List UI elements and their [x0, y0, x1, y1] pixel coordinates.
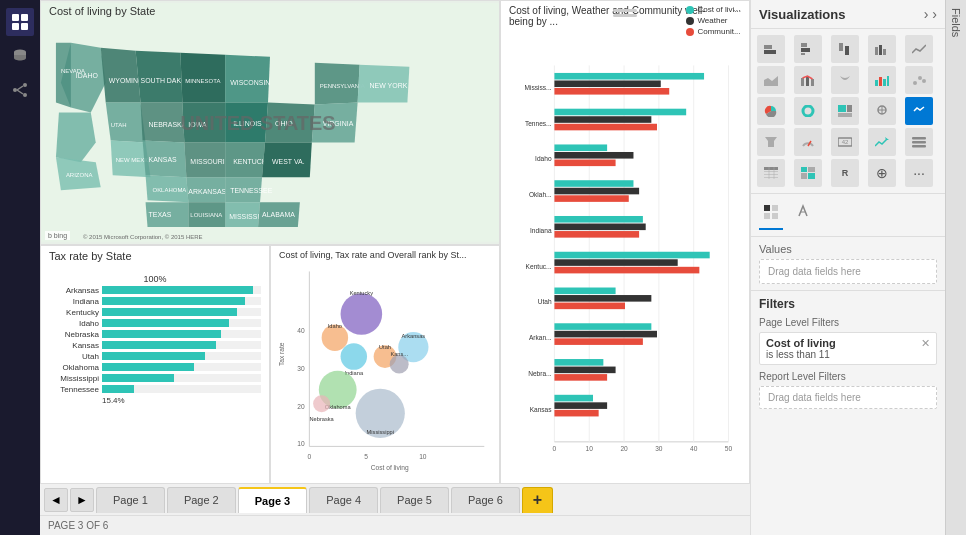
bing-badge: b bing	[45, 231, 70, 240]
page-tab-2[interactable]: Page 2	[167, 487, 236, 513]
svg-text:10: 10	[419, 453, 427, 460]
svg-point-66	[313, 395, 330, 412]
area-viz-btn[interactable]	[757, 66, 785, 94]
line-col-viz-btn[interactable]	[794, 66, 822, 94]
bottom-percent: 15.4%	[102, 396, 261, 405]
data-nav-icon[interactable]	[6, 42, 34, 70]
svg-rect-98	[554, 216, 642, 223]
tax-track	[102, 286, 261, 294]
page-tab-6[interactable]: Page 6	[451, 487, 520, 513]
line-viz-btn[interactable]	[905, 35, 933, 63]
svg-rect-90	[554, 144, 607, 151]
drag-handle[interactable]	[613, 9, 637, 17]
svg-text:LOUISIANA: LOUISIANA	[190, 212, 222, 218]
values-drop-area[interactable]: Drag data fields here	[759, 259, 937, 284]
svg-point-7	[23, 93, 27, 97]
svg-text:Tax rate: Tax rate	[278, 342, 285, 366]
tax-label: Utah	[49, 352, 99, 361]
tab-fields[interactable]	[759, 200, 783, 230]
viz-icons-grid: 42 R ⊕ ···	[751, 29, 945, 194]
tab-format[interactable]	[791, 200, 815, 230]
legend-weather: Weather	[686, 16, 741, 25]
svg-text:30: 30	[655, 445, 663, 452]
page-tab-1[interactable]: Page 1	[96, 487, 165, 513]
page-tab-4[interactable]: Page 4	[309, 487, 378, 513]
svg-text:PENNSYLVANIA: PENNSYLVANIA	[320, 83, 365, 89]
svg-rect-100	[554, 231, 639, 238]
svg-point-141	[922, 79, 926, 83]
tax-row-arkansas: Arkansas	[49, 286, 261, 295]
stacked-bar-viz-btn[interactable]	[757, 35, 785, 63]
fields-side-tab[interactable]: Fields	[945, 0, 966, 535]
stacked-col-viz-btn[interactable]	[831, 35, 859, 63]
map-panel: Cost of living by State IDAHO NEVADA ARI…	[40, 0, 500, 245]
filter-close-btn[interactable]: ✕	[921, 337, 930, 350]
svg-rect-88	[554, 124, 657, 131]
svg-rect-106	[554, 288, 615, 295]
svg-point-142	[803, 106, 813, 116]
svg-rect-155	[912, 137, 926, 140]
viz-panel-arrow[interactable]: ›	[924, 6, 929, 22]
charts-grid: Cost of living by State IDAHO NEVADA ARI…	[40, 0, 750, 483]
left-sidebar	[0, 0, 40, 535]
legend-weather-label: Weather	[697, 16, 727, 25]
tax-row-kentucky: Kentucky	[49, 308, 261, 317]
svg-text:Nebra...: Nebra...	[528, 370, 552, 377]
svg-rect-102	[554, 252, 709, 259]
svg-rect-95	[554, 188, 639, 195]
treemap-viz-btn[interactable]	[831, 97, 859, 125]
bottom-left: Tax rate by State 100% Arkansas Indiana	[40, 245, 500, 483]
clustered-col-viz-btn[interactable]	[868, 35, 896, 63]
slicer-viz-btn[interactable]	[905, 128, 933, 156]
donut-viz-btn[interactable]	[794, 97, 822, 125]
funnel-viz-btn[interactable]	[757, 128, 785, 156]
svg-rect-99	[554, 224, 645, 231]
gauge-viz-btn[interactable]	[794, 128, 822, 156]
svg-text:OKLAHOMA: OKLAHOMA	[153, 187, 187, 193]
page-tab-5[interactable]: Page 5	[380, 487, 449, 513]
report-drop-area[interactable]: Drag data fields here	[759, 386, 937, 409]
filled-map-viz-btn[interactable]	[905, 97, 933, 125]
scatter-viz-btn[interactable]	[905, 66, 933, 94]
r-visual-viz-btn[interactable]: R	[831, 159, 859, 187]
page-nav-next[interactable]: ►	[70, 488, 94, 512]
card-viz-btn[interactable]: 42	[831, 128, 859, 156]
page-tab-3[interactable]: Page 3	[238, 487, 307, 513]
svg-text:KANSAS: KANSAS	[149, 156, 178, 163]
svg-text:Utah: Utah	[379, 344, 391, 350]
tax-bar-container: 100% Arkansas Indiana Kentucky	[41, 270, 269, 483]
matrix-viz-btn[interactable]	[794, 159, 822, 187]
svg-point-140	[918, 76, 922, 80]
svg-line-9	[17, 90, 23, 94]
svg-rect-134	[811, 79, 814, 86]
kpi-viz-btn[interactable]	[868, 128, 896, 156]
svg-text:WEST VA.: WEST VA.	[272, 158, 305, 165]
svg-rect-167	[808, 173, 815, 179]
svg-line-8	[17, 86, 23, 90]
waterfall-viz-btn[interactable]	[868, 66, 896, 94]
page-nav-prev[interactable]: ◄	[44, 488, 68, 512]
ribbon-viz-btn[interactable]	[831, 66, 859, 94]
svg-rect-115	[554, 367, 615, 374]
model-nav-icon[interactable]	[6, 76, 34, 104]
more-viz-btn[interactable]: ···	[905, 159, 933, 187]
svg-text:Arkansas: Arkansas	[402, 333, 426, 339]
map-viz-btn[interactable]	[868, 97, 896, 125]
page-add-button[interactable]: +	[522, 487, 553, 513]
svg-rect-165	[808, 167, 815, 172]
svg-text:Indiana: Indiana	[530, 227, 552, 234]
clustered-bar-viz-btn[interactable]	[794, 35, 822, 63]
tax-percent-label: 100%	[49, 274, 261, 284]
table-viz-btn[interactable]	[757, 159, 785, 187]
svg-rect-145	[838, 113, 852, 117]
custom-viz-btn[interactable]: ⊕	[868, 159, 896, 187]
report-level-label: Report Level Filters	[759, 371, 937, 382]
filters-title: Filters	[759, 297, 937, 311]
report-nav-icon[interactable]	[6, 8, 34, 36]
viz-panel-collapse[interactable]: ›	[932, 6, 937, 22]
pie-viz-btn[interactable]	[757, 97, 785, 125]
svg-rect-107	[554, 295, 651, 302]
cost-of-living-filter: Cost of living is less than 11 ✕	[759, 332, 937, 365]
svg-text:Idaho: Idaho	[328, 323, 342, 329]
bubble-panel: Cost of living, Tax rate and Overall ran…	[270, 245, 500, 483]
